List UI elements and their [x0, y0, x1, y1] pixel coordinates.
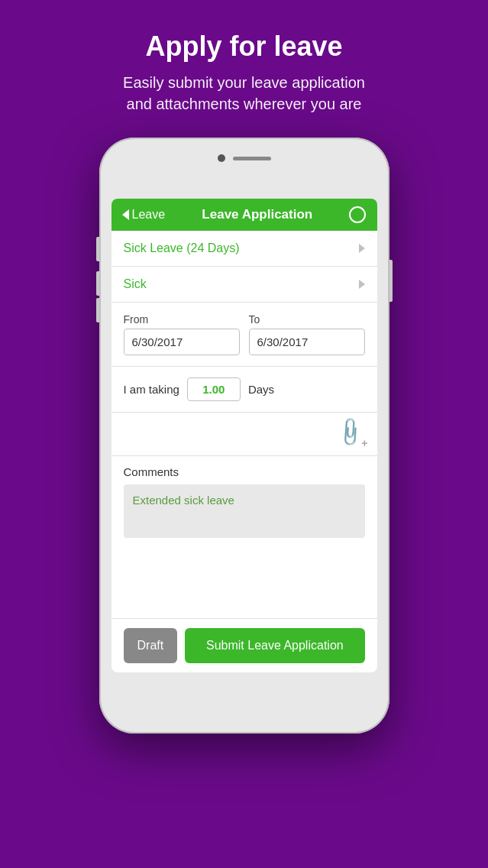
leave-subtype-label: Sick — [124, 277, 147, 291]
page-heading: Apply for leave — [123, 31, 365, 63]
phone-top-bar — [218, 154, 271, 162]
back-label: Leave — [132, 208, 166, 222]
leave-subtype-chevron-icon — [359, 280, 365, 289]
to-field: To 6/30/2017 — [249, 313, 365, 355]
taking-value[interactable]: 1.00 — [187, 377, 241, 401]
leave-subtype-row[interactable]: Sick — [111, 267, 377, 303]
app-header: Leave Leave Application — [111, 199, 377, 231]
leave-type-label: Sick Leave (24 Days) — [124, 241, 240, 255]
leave-type-row[interactable]: Sick Leave (24 Days) — [111, 231, 377, 267]
to-label: To — [249, 313, 365, 326]
submit-button[interactable]: Submit Leave Application — [185, 628, 364, 663]
taking-label: I am taking — [124, 383, 179, 396]
app-title: Leave Application — [202, 207, 312, 222]
back-button[interactable]: Leave — [122, 208, 166, 222]
plus-icon: + — [361, 437, 367, 449]
bottom-buttons: Draft Submit Leave Application — [111, 618, 377, 672]
leave-type-chevron-icon — [359, 244, 365, 253]
from-date-input[interactable]: 6/30/2017 — [124, 329, 240, 355]
speaker — [233, 157, 271, 160]
to-date-input[interactable]: 6/30/2017 — [249, 329, 365, 355]
taking-row: I am taking 1.00 Days — [111, 367, 377, 413]
chevron-left-icon — [122, 209, 129, 220]
front-camera — [218, 154, 225, 162]
days-label: Days — [248, 383, 274, 396]
phone-shell: Leave Leave Application Sick Leave (24 D… — [99, 138, 389, 734]
from-label: From — [124, 313, 240, 326]
attachment-row: 📎 + — [111, 413, 377, 456]
from-field: From 6/30/2017 — [124, 313, 240, 355]
comments-box[interactable]: Extended sick leave — [124, 484, 365, 538]
circle-icon[interactable] — [349, 206, 366, 223]
page-subheading: Easily submit your leave applicationand … — [123, 72, 365, 115]
app-content: Sick Leave (24 Days) Sick From 6/30/2017… — [111, 231, 377, 672]
phone-mockup: Leave Leave Application Sick Leave (24 D… — [99, 138, 389, 734]
date-row: From 6/30/2017 To 6/30/2017 — [111, 303, 377, 367]
comments-label: Comments — [124, 465, 365, 478]
draft-button[interactable]: Draft — [124, 628, 178, 663]
comments-section: Comments Extended sick leave — [111, 456, 377, 618]
phone-screen: Leave Leave Application Sick Leave (24 D… — [111, 199, 377, 672]
header-section: Apply for leave Easily submit your leave… — [123, 0, 365, 130]
attach-button[interactable]: 📎 + — [338, 420, 365, 448]
comments-text: Extended sick leave — [133, 494, 234, 507]
